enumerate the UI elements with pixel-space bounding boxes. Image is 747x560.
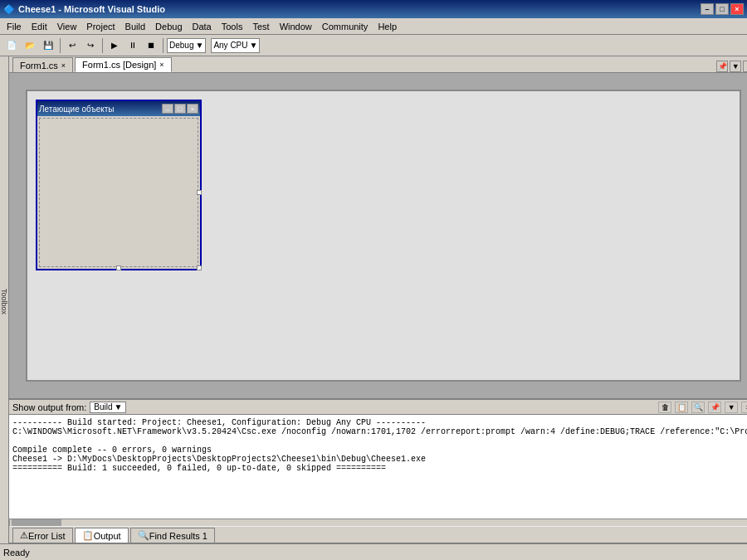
open-button[interactable]: 📂	[22, 37, 38, 54]
form-preview-max[interactable]: □	[174, 104, 186, 114]
form-preview-titlebar: Летающие объекты – □ ×	[37, 101, 200, 116]
output-source-dropdown[interactable]: Build ▼	[90, 402, 126, 413]
center-area: Form1.cs × Form1.cs [Design] × 📌 ▼ × Лет…	[9, 56, 747, 543]
menu-bar: File Edit View Project Build Debug Data …	[0, 18, 747, 35]
designer-area: Летающие объекты – □ ×	[9, 73, 747, 398]
form-preview-min[interactable]: –	[162, 104, 173, 114]
resize-handle-corner[interactable]	[197, 265, 202, 270]
output-toolbar-buttons: 🗑 📋 🔍 📌 ▼ ×	[658, 402, 747, 413]
output-line-3	[12, 436, 747, 446]
error-list-icon: ⚠	[20, 530, 28, 541]
menu-build[interactable]: Build	[120, 20, 150, 33]
tab-form1cs-design-close[interactable]: ×	[159, 61, 164, 69]
show-output-label: Show output from:	[12, 402, 86, 412]
output-content: ---------- Build started: Project: Chees…	[9, 415, 747, 519]
output-scrollbar-h[interactable]	[9, 519, 747, 527]
toolbar-sep-2	[102, 38, 103, 53]
output-icon: 📋	[82, 530, 94, 541]
designer-dropdown-button[interactable]: ▼	[730, 61, 741, 72]
title-bar-controls: – □ ×	[701, 3, 744, 15]
form-preview-controls: – □ ×	[162, 104, 198, 114]
menu-test[interactable]: Test	[247, 20, 274, 33]
menu-help[interactable]: Help	[373, 20, 402, 33]
form-preview-body[interactable]	[39, 118, 198, 267]
menu-file[interactable]: File	[2, 20, 27, 33]
output-line-1: ---------- Build started: Project: Chees…	[12, 418, 747, 427]
menu-debug[interactable]: Debug	[150, 20, 187, 33]
main-toolbar: 📄 📂 💾 ↩ ↪ ▶ ⏸ ⏹ Debug ▼ Any CPU ▼	[0, 35, 747, 56]
bottom-panel-tabs: ⚠ Error List 📋 Output 🔍 Find Results 1	[9, 527, 747, 543]
pause-button[interactable]: ⏸	[124, 37, 141, 54]
find-results-icon: 🔍	[138, 530, 149, 541]
bottom-panel: Show output from: Build ▼ 🗑 📋 🔍 📌 ▼ × --…	[9, 398, 747, 543]
new-project-button[interactable]: 📄	[3, 37, 20, 54]
output-toolbar: Show output from: Build ▼ 🗑 📋 🔍 📌 ▼ ×	[9, 400, 747, 415]
output-dropdown-button[interactable]: ▼	[725, 402, 738, 413]
save-button[interactable]: 💾	[40, 37, 56, 54]
bottom-tabs-left: ⚠ Error List 📋 Output 🔍 Find Results 1	[12, 528, 217, 543]
tab-error-list[interactable]: ⚠ Error List	[12, 528, 73, 543]
form-preview-close[interactable]: ×	[187, 104, 198, 114]
tab-output[interactable]: 📋 Output	[75, 528, 129, 543]
tab-form1cs-design[interactable]: Form1.cs [Design] ×	[75, 57, 172, 72]
document-tab-bar: Form1.cs × Form1.cs [Design] × 📌 ▼ ×	[9, 56, 747, 73]
form-preview-title: Летающие объекты	[39, 105, 115, 114]
resize-handle-right[interactable]	[197, 190, 202, 195]
designer-canvas[interactable]: Летающие объекты – □ ×	[26, 90, 741, 382]
output-clear-button[interactable]: 🗑	[658, 402, 671, 413]
redo-button[interactable]: ↪	[82, 37, 99, 54]
main-layout: Toolbox Form1.cs × Form1.cs [Design] × 📌…	[0, 56, 747, 543]
designer-pin-button[interactable]: 📌	[716, 61, 728, 72]
output-pin-button[interactable]: 📌	[708, 402, 721, 413]
debug-config-dropdown[interactable]: Debug ▼	[167, 38, 206, 53]
scrollbar-thumb-h[interactable]	[12, 519, 61, 526]
menu-window[interactable]: Window	[275, 20, 317, 33]
output-copy-button[interactable]: 📋	[675, 402, 688, 413]
title-bar-left: 🔷 Cheese1 - Microsoft Visual Studio	[3, 4, 165, 15]
cpu-dropdown[interactable]: Any CPU ▼	[211, 38, 260, 53]
menu-project[interactable]: Project	[81, 20, 120, 33]
tab-form1cs-close[interactable]: ×	[61, 61, 66, 70]
maximize-button[interactable]: □	[715, 3, 729, 15]
status-text: Ready	[3, 548, 30, 558]
menu-tools[interactable]: Tools	[217, 20, 248, 33]
window-title: Cheese1 - Microsoft Visual Studio	[18, 4, 165, 14]
output-line-2: C:\WINDOWS\Microsoft.NET\Framework\v3.5.…	[12, 427, 747, 436]
menu-view[interactable]: View	[52, 20, 82, 33]
status-bar: Ready	[0, 543, 747, 560]
output-line-6: ========== Build: 1 succeeded, 0 failed,…	[12, 464, 747, 473]
undo-button[interactable]: ↩	[64, 37, 81, 54]
minimize-button[interactable]: –	[701, 3, 714, 15]
start-debug-button[interactable]: ▶	[106, 37, 123, 54]
form-preview-window[interactable]: Летающие объекты – □ ×	[36, 100, 202, 270]
menu-edit[interactable]: Edit	[27, 20, 52, 33]
toolbar-sep-1	[60, 38, 61, 53]
output-find-button[interactable]: 🔍	[691, 402, 705, 413]
output-line-5: Cheese1 -> D:\MyDocs\DesktopProjects\Des…	[12, 455, 747, 464]
output-line-4: Compile complete -- 0 errors, 0 warnings	[12, 446, 747, 455]
toolbox-panel: Toolbox	[0, 56, 9, 543]
app-icon: 🔷	[3, 4, 15, 15]
menu-community[interactable]: Community	[317, 20, 374, 33]
output-close-button[interactable]: ×	[741, 402, 747, 413]
toolbar-sep-3	[163, 38, 164, 53]
menu-data[interactable]: Data	[188, 20, 217, 33]
designer-close-button[interactable]: ×	[743, 61, 747, 72]
tab-form1cs[interactable]: Form1.cs ×	[12, 57, 73, 72]
resize-handle-bottom[interactable]	[116, 265, 121, 270]
stop-button[interactable]: ⏹	[143, 37, 159, 54]
close-button[interactable]: ×	[730, 3, 744, 15]
title-bar: 🔷 Cheese1 - Microsoft Visual Studio – □ …	[0, 0, 747, 18]
tab-find-results[interactable]: 🔍 Find Results 1	[130, 528, 215, 543]
toolbox-label: Toolbox	[0, 289, 8, 314]
